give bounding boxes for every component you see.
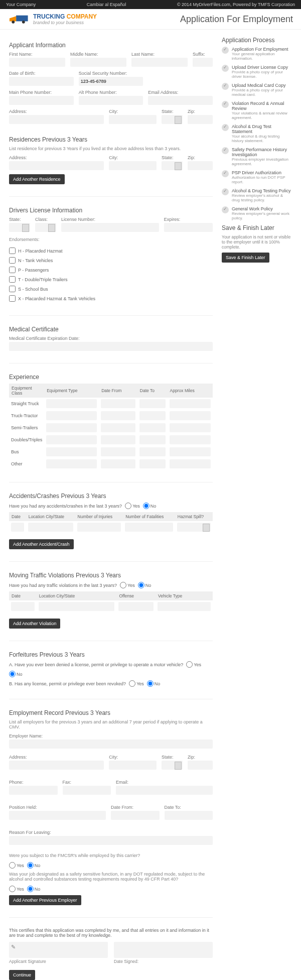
date-signed-pad[interactable] (114, 942, 213, 958)
emp-email-input[interactable] (116, 786, 213, 795)
emp-name-input[interactable] (9, 740, 213, 749)
exp-cell-input[interactable] (46, 447, 97, 456)
lic-class-select[interactable] (35, 223, 56, 232)
lic-number-input[interactable] (61, 223, 159, 232)
accidents-no[interactable]: No (143, 503, 157, 509)
save-later-button[interactable]: Save & Finish Later (222, 253, 269, 263)
emp-q2-yes[interactable]: Yes (9, 886, 24, 892)
sidebar-step[interactable]: Upload Driver License CopyProvide a phot… (222, 65, 292, 79)
add-residence-button[interactable]: Add Another Residence (9, 174, 65, 184)
emp-q1-no[interactable]: No (27, 862, 41, 869)
city-input[interactable] (109, 115, 157, 124)
lic-expires-input[interactable] (164, 223, 213, 232)
endorsement-item[interactable]: H - Placarded Hazmat (9, 246, 213, 256)
exp-cell-input[interactable] (139, 435, 166, 444)
first-name-input[interactable] (9, 58, 65, 67)
middle-name-input[interactable] (70, 58, 126, 67)
email-input[interactable] (148, 96, 213, 105)
exp-cell-input[interactable] (170, 435, 211, 444)
res-state-select[interactable] (162, 161, 183, 170)
zip-input[interactable] (188, 115, 213, 124)
endorsement-item[interactable]: T - Double/Triple Trailers (9, 275, 213, 284)
med-exp-input[interactable] (9, 342, 213, 351)
exp-cell-input[interactable] (101, 399, 135, 408)
exp-cell-input[interactable] (170, 399, 211, 408)
emp-q2-no[interactable]: No (27, 886, 41, 892)
emp-to-input[interactable] (165, 811, 213, 820)
sidebar-step[interactable]: Application For EmploymentYour general a… (222, 47, 292, 61)
exp-cell-input[interactable] (46, 459, 97, 468)
emp-position-input[interactable] (9, 811, 106, 820)
forf-a-no[interactable]: No (9, 671, 23, 677)
exp-cell-input[interactable] (101, 411, 135, 420)
emp-state-select[interactable] (162, 761, 183, 770)
continue-button[interactable]: Continue (9, 970, 35, 980)
accidents-yes[interactable]: Yes (125, 503, 140, 509)
sidebar-step[interactable]: Safety Performance History Investigation… (222, 147, 292, 166)
last-name-input[interactable] (131, 58, 188, 67)
acc-cell-input[interactable] (77, 523, 121, 532)
sidebar-step[interactable]: General Work PolicyReview employer's gen… (222, 206, 292, 220)
endorsement-item[interactable]: X - Placarded Hazmat & Tank Vehicles (9, 294, 213, 303)
sidebar-step[interactable]: Alcohol & Drug Test StatementYour alcoho… (222, 124, 292, 143)
emp-phone-input[interactable] (9, 786, 58, 795)
main-phone-input[interactable] (9, 96, 74, 105)
vio-cell-input[interactable] (158, 602, 211, 611)
exp-cell-input[interactable] (139, 411, 166, 420)
lang-switch[interactable]: Cambiar al Español (87, 2, 126, 7)
res-zip-input[interactable] (188, 161, 213, 170)
emp-reason-input[interactable] (9, 836, 213, 845)
dob-input[interactable] (9, 77, 74, 86)
exp-cell-input[interactable] (101, 435, 135, 444)
exp-cell-input[interactable] (170, 411, 211, 420)
forf-b-yes[interactable]: Yes (129, 680, 144, 687)
lic-state-select[interactable] (9, 223, 30, 232)
exp-cell-input[interactable] (139, 447, 166, 456)
emp-q1-yes[interactable]: Yes (9, 862, 24, 869)
state-select[interactable] (162, 115, 183, 124)
exp-cell-input[interactable] (46, 435, 97, 444)
emp-zip-input[interactable] (188, 761, 213, 770)
alt-phone-input[interactable] (79, 96, 143, 105)
sidebar-step[interactable]: Alcohol & Drug Testing PolicyReview empl… (222, 188, 292, 202)
ssn-input[interactable] (79, 77, 143, 86)
endorsement-item[interactable]: N - Tank Vehicles (9, 256, 213, 265)
acc-cell-input[interactable] (28, 523, 73, 532)
violations-yes[interactable]: Yes (120, 582, 135, 588)
vio-cell-input[interactable] (39, 602, 115, 611)
exp-cell-input[interactable] (101, 459, 135, 468)
hazmat-select[interactable] (177, 523, 211, 532)
forf-a-yes[interactable]: Yes (186, 661, 201, 668)
suffix-input[interactable] (193, 58, 213, 67)
res-city-input[interactable] (109, 161, 157, 170)
exp-cell-input[interactable] (46, 411, 97, 420)
emp-address-input[interactable] (9, 761, 104, 770)
add-violation-button[interactable]: Add Another Violation (9, 619, 60, 629)
emp-city-input[interactable] (109, 761, 157, 770)
exp-cell-input[interactable] (46, 399, 97, 408)
violations-no[interactable]: No (138, 582, 152, 588)
emp-fax-input[interactable] (63, 786, 111, 795)
exp-cell-input[interactable] (170, 423, 211, 432)
res-address-input[interactable] (9, 161, 104, 170)
emp-from-input[interactable] (111, 811, 160, 820)
endorsement-item[interactable]: S - School Bus (9, 284, 213, 294)
sidebar-step[interactable]: PSP Driver AuthorizationAuthorization to… (222, 170, 292, 184)
exp-cell-input[interactable] (46, 423, 97, 432)
address-input[interactable] (9, 115, 104, 124)
add-employer-button[interactable]: Add Another Previous Employer (9, 895, 81, 905)
acc-cell-input[interactable] (125, 523, 173, 532)
exp-cell-input[interactable] (101, 447, 135, 456)
exp-cell-input[interactable] (139, 423, 166, 432)
exp-cell-input[interactable] (170, 447, 211, 456)
exp-cell-input[interactable] (139, 459, 166, 468)
sidebar-step[interactable]: Upload Medical Card CopyProvide a photo … (222, 83, 292, 97)
forf-b-no[interactable]: No (147, 680, 161, 687)
endorsement-item[interactable]: P - Passengers (9, 265, 213, 275)
vio-cell-input[interactable] (11, 602, 35, 611)
sidebar-step[interactable]: Violation Record & Annual ReviewYour vio… (222, 101, 292, 120)
vio-cell-input[interactable] (118, 602, 154, 611)
exp-cell-input[interactable] (170, 459, 211, 468)
exp-cell-input[interactable] (139, 399, 166, 408)
exp-cell-input[interactable] (101, 423, 135, 432)
